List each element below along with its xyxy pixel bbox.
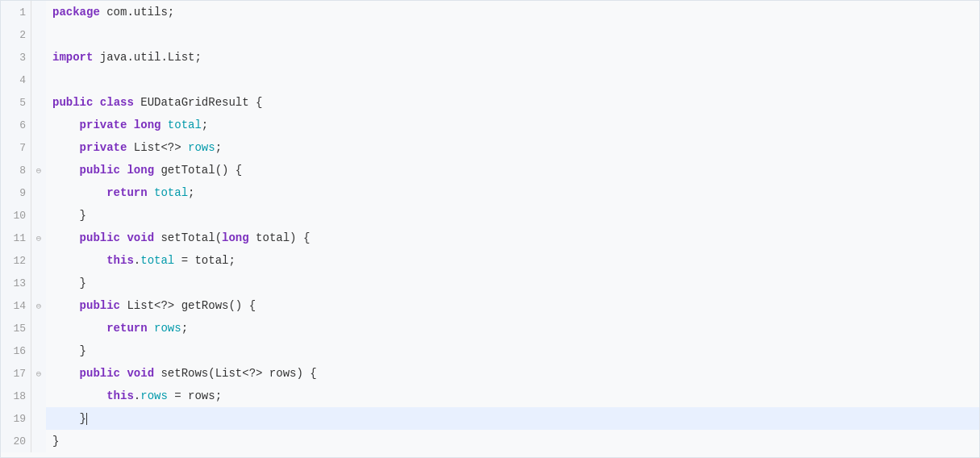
- token-plain: [52, 386, 106, 406]
- token-plain: ;: [215, 138, 222, 157]
- token-plain: [52, 228, 80, 248]
- token-plain: [52, 183, 106, 202]
- code-content: public class EUDataGridResult {: [46, 91, 979, 114]
- line-number: 10: [1, 204, 31, 227]
- line-number: 9: [1, 181, 31, 204]
- token-kw: this: [106, 386, 134, 406]
- token-kw2: void: [127, 364, 154, 383]
- code-row: 19 }: [1, 407, 979, 430]
- token-kw: private: [80, 115, 127, 135]
- fold-gutter: [31, 69, 46, 91]
- token-plain: [120, 228, 127, 248]
- code-row: 6 private long total;: [1, 114, 979, 136]
- line-number: 16: [1, 339, 31, 362]
- code-row: 18 this.rows = rows;: [1, 385, 979, 407]
- token-var: total: [140, 251, 174, 270]
- token-plain: [120, 160, 127, 180]
- fold-gutter: [31, 430, 46, 452]
- code-row: 10 }: [1, 204, 979, 227]
- line-number: 1: [1, 1, 31, 23]
- token-plain: }: [52, 206, 86, 225]
- code-row: 17⊖ public void setRows(List<?> rows) {: [1, 362, 979, 385]
- token-kw: public: [80, 228, 120, 248]
- line-number: 11: [1, 227, 31, 249]
- code-row: 14⊖ public List<?> getRows() {: [1, 294, 979, 317]
- code-editor[interactable]: 1package com.utils;23import java.util.Li…: [0, 0, 980, 458]
- token-plain: total) {: [249, 228, 311, 248]
- code-content: public void setRows(List<?> rows) {: [46, 362, 979, 385]
- token-plain: [161, 115, 167, 135]
- token-kw2: void: [127, 228, 154, 248]
- fold-gutter[interactable]: ⊖: [31, 227, 46, 249]
- fold-gutter: [31, 23, 46, 46]
- code-content: }: [46, 430, 979, 452]
- fold-gutter[interactable]: ⊖: [31, 294, 46, 317]
- token-plain: [52, 251, 106, 270]
- token-plain: }: [52, 431, 59, 451]
- code-row: 2: [1, 23, 979, 46]
- token-kw: public: [80, 296, 120, 315]
- fold-gutter: [31, 136, 46, 159]
- line-number: 12: [1, 249, 31, 272]
- token-plain: com.utils;: [100, 2, 174, 22]
- code-row: 13 }: [1, 272, 979, 294]
- line-number: 8: [1, 159, 31, 181]
- code-content: private List<?> rows;: [46, 136, 979, 159]
- token-kw: public: [80, 364, 120, 383]
- fold-gutter: [31, 1, 46, 23]
- code-content: [46, 23, 979, 46]
- token-plain: List<?>: [127, 138, 188, 157]
- line-number: 19: [1, 407, 31, 430]
- token-plain: ;: [188, 183, 194, 202]
- line-number: 18: [1, 385, 31, 407]
- text-cursor: [86, 413, 87, 425]
- code-content: public void setTotal(long total) {: [46, 227, 979, 249]
- code-content: }: [46, 339, 979, 362]
- token-kw: private: [80, 138, 127, 157]
- token-kw: this: [106, 251, 134, 270]
- code-content: public long getTotal() {: [46, 159, 979, 181]
- fold-gutter[interactable]: ⊖: [31, 159, 46, 181]
- fold-gutter: [31, 272, 46, 294]
- code-content: return rows;: [46, 317, 979, 339]
- code-row: 1package com.utils;: [1, 1, 979, 23]
- token-kw2: long: [127, 160, 154, 180]
- code-row: 15 return rows;: [1, 317, 979, 339]
- line-number: 17: [1, 362, 31, 385]
- code-content: private long total;: [46, 114, 979, 136]
- line-number: 20: [1, 430, 31, 452]
- token-plain: [148, 319, 154, 338]
- token-var: rows: [188, 138, 215, 157]
- token-kw: public: [52, 93, 93, 112]
- fold-gutter: [31, 385, 46, 407]
- token-plain: getTotal() {: [154, 160, 242, 180]
- code-row: 11⊖ public void setTotal(long total) {: [1, 227, 979, 249]
- code-content: import java.util.List;: [46, 46, 979, 69]
- line-number: 4: [1, 69, 31, 91]
- fold-gutter: [31, 204, 46, 227]
- code-row: 5public class EUDataGridResult {: [1, 91, 979, 114]
- code-row: 20}: [1, 430, 979, 452]
- token-plain: setTotal(: [154, 228, 222, 248]
- token-plain: .: [134, 251, 140, 270]
- code-row: 8⊖ public long getTotal() {: [1, 159, 979, 181]
- token-kw2: long: [222, 228, 249, 248]
- line-number: 7: [1, 136, 31, 159]
- fold-gutter[interactable]: ⊖: [31, 362, 46, 385]
- code-content: [46, 69, 979, 91]
- token-var: total: [154, 183, 188, 202]
- line-number: 6: [1, 114, 31, 136]
- token-kw2: long: [134, 115, 161, 135]
- token-kw: public: [80, 160, 120, 180]
- token-plain: EUDataGridResult {: [134, 93, 263, 112]
- token-kw: package: [52, 2, 100, 22]
- token-plain: }: [52, 341, 86, 360]
- code-content: this.total = total;: [46, 249, 979, 272]
- token-plain: [127, 115, 133, 135]
- token-kw: return: [106, 319, 147, 338]
- line-number: 5: [1, 91, 31, 114]
- code-row: 3import java.util.List;: [1, 46, 979, 69]
- code-content: }: [46, 407, 979, 430]
- token-kw: return: [106, 183, 147, 202]
- fold-gutter: [31, 249, 46, 272]
